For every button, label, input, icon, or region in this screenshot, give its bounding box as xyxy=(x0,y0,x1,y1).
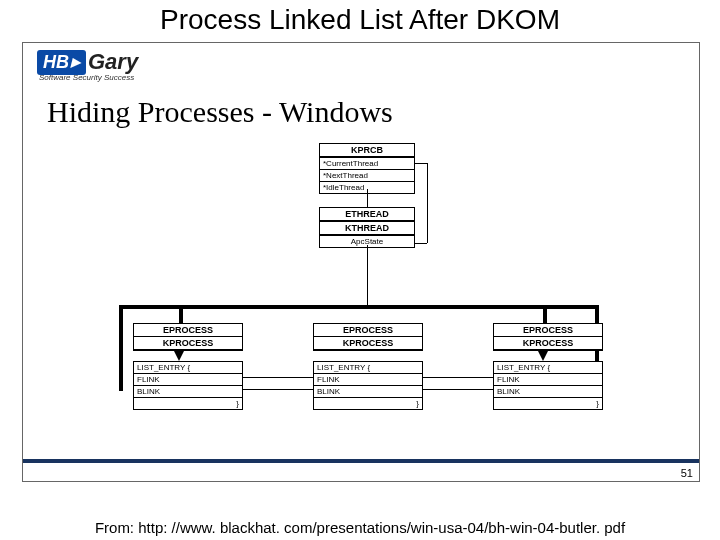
eprocess-header: EPROCESS xyxy=(134,324,242,337)
close-brace: } xyxy=(314,397,422,409)
list-entry-label: LIST_ENTRY { xyxy=(134,362,242,373)
kthread-box: KTHREAD ApcState xyxy=(319,221,415,248)
kprcb-row: *NextThread xyxy=(320,169,414,181)
blink-line xyxy=(423,389,493,390)
diagram-canvas: KPRCB *CurrentThread *NextThread *IdleTh… xyxy=(23,143,699,473)
flink-label: FLINK xyxy=(134,373,242,385)
flink-line xyxy=(423,377,493,378)
source-line: From: http: //www. blackhat. com/present… xyxy=(0,519,720,536)
kprcb-row: *CurrentThread xyxy=(320,157,414,169)
flink-line xyxy=(243,377,313,378)
flink-label: FLINK xyxy=(494,373,602,385)
slide-title: Process Linked List After DKOM xyxy=(0,4,720,36)
arrow-down-icon xyxy=(538,351,548,361)
eprocess-box: EPROCESS KPROCESS xyxy=(493,323,603,351)
logo-gary: Gary xyxy=(88,49,138,75)
connector xyxy=(367,245,368,305)
list-entry-box: LIST_ENTRY { FLINK BLINK } xyxy=(313,361,423,410)
kprocess-header: KPROCESS xyxy=(134,337,242,350)
section-heading: Hiding Processes - Windows xyxy=(47,95,393,129)
eprocess-header: EPROCESS xyxy=(314,324,422,337)
list-entry-box: LIST_ENTRY { FLINK BLINK } xyxy=(133,361,243,410)
eprocess-box: EPROCESS KPROCESS xyxy=(313,323,423,351)
hbgary-logo: HB▶ Gary xyxy=(37,49,138,75)
ethread-header: ETHREAD xyxy=(320,208,414,221)
connector xyxy=(415,163,427,164)
inner-slide: HB▶ Gary Software Security Success Hidin… xyxy=(22,42,700,482)
blink-label: BLINK xyxy=(134,385,242,397)
page-number: 51 xyxy=(681,467,693,479)
eprocess-box: EPROCESS KPROCESS xyxy=(133,323,243,351)
list-entry-label: LIST_ENTRY { xyxy=(494,362,602,373)
flink-label: FLINK xyxy=(314,373,422,385)
list-entry-box: LIST_ENTRY { FLINK BLINK } xyxy=(493,361,603,410)
logo-hb: HB▶ xyxy=(37,50,86,75)
kprcb-box: KPRCB *CurrentThread *NextThread *IdleTh… xyxy=(319,143,415,194)
blink-label: BLINK xyxy=(494,385,602,397)
bypass-bar xyxy=(119,305,599,309)
connector xyxy=(367,189,368,207)
kprocess-header: KPROCESS xyxy=(314,337,422,350)
bypass-end xyxy=(119,305,123,391)
kthread-header: KTHREAD xyxy=(320,222,414,235)
footer-rule xyxy=(23,459,699,463)
arrow-down-icon xyxy=(174,351,184,361)
ethread-box: ETHREAD xyxy=(319,207,415,222)
connector xyxy=(427,163,428,243)
blink-label: BLINK xyxy=(314,385,422,397)
close-brace: } xyxy=(134,397,242,409)
connector xyxy=(415,243,427,244)
list-entry-label: LIST_ENTRY { xyxy=(314,362,422,373)
eprocess-header: EPROCESS xyxy=(494,324,602,337)
logo-tagline: Software Security Success xyxy=(39,73,134,82)
close-brace: } xyxy=(494,397,602,409)
kprcb-header: KPRCB xyxy=(320,144,414,157)
blink-line xyxy=(243,389,313,390)
kprocess-header: KPROCESS xyxy=(494,337,602,350)
